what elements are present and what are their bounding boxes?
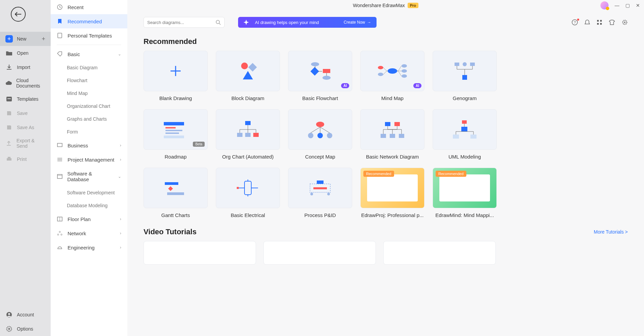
cat-recent[interactable]: Recent	[51, 0, 127, 14]
cat-network[interactable]: Network ›	[51, 226, 127, 240]
chevron-right-icon: ›	[120, 157, 121, 162]
cat-floorplan-label: Floor Plan	[68, 216, 91, 222]
cat-personal[interactable]: Personal Templates	[51, 28, 127, 43]
chevron-down-icon: ⌄	[118, 174, 121, 179]
account-icon	[5, 311, 13, 318]
template-electrical[interactable]: Basic Electrical	[216, 168, 280, 218]
nav-import-label: Import	[17, 65, 30, 70]
template-block-diagram[interactable]: Block Diagram	[216, 51, 280, 101]
settings-icon[interactable]	[622, 19, 628, 25]
svg-point-55	[317, 133, 323, 138]
back-button[interactable]	[11, 7, 26, 22]
shirt-icon[interactable]	[609, 20, 615, 25]
svg-point-75	[327, 193, 330, 195]
svg-rect-2	[7, 158, 11, 161]
sub-dev[interactable]: Software Development	[51, 186, 127, 199]
cat-personal-label: Personal Templates	[68, 33, 112, 39]
recommended-badge: Recommended	[436, 171, 466, 177]
template-gantt[interactable]: Gantt Charts	[144, 168, 208, 218]
grid-icon[interactable]	[597, 20, 602, 25]
nav-new[interactable]: + New +	[0, 32, 51, 46]
cat-basic[interactable]: Basic ⌄	[51, 47, 127, 61]
svg-rect-1	[7, 98, 11, 99]
template-uml[interactable]: UML Modeling	[433, 109, 497, 160]
template-org-chart[interactable]: Org Chart (Automated)	[216, 109, 280, 160]
nav-print[interactable]: Print	[0, 152, 51, 166]
maximize-button[interactable]: ▢	[625, 3, 630, 8]
template-edrawmind[interactable]: Recommended EdrawMind: Mind Mappi...	[433, 168, 497, 218]
video-card[interactable]	[144, 241, 256, 265]
cat-engineering[interactable]: Engineering ›	[51, 240, 127, 255]
sub-basic-diagram[interactable]: Basic Diagram	[51, 61, 127, 74]
bell-icon[interactable]	[585, 19, 590, 25]
sub-graphs[interactable]: Graphs and Charts	[51, 113, 127, 125]
card-label: Genogram	[453, 95, 477, 101]
help-icon[interactable]: ?	[572, 19, 578, 25]
cat-recommended[interactable]: Recommended	[51, 14, 127, 28]
svg-rect-69	[244, 181, 251, 195]
template-mind-map[interactable]: AI Mind Map	[360, 51, 424, 101]
template-basic-flowchart[interactable]: AI Basic Flowchart	[288, 51, 352, 101]
svg-rect-25	[600, 23, 602, 25]
cat-business[interactable]: Business ›	[51, 138, 127, 152]
templates-icon	[5, 95, 13, 103]
template-blank-drawing[interactable]: Blank Drawing	[144, 51, 208, 101]
chevron-right-icon: ›	[120, 245, 121, 250]
search-box[interactable]	[144, 17, 225, 28]
cat-software[interactable]: Software & Database ⌄	[51, 167, 127, 186]
sub-flowchart[interactable]: Flowchart	[51, 74, 127, 87]
nav-account[interactable]: Account	[0, 308, 51, 322]
pid-icon	[307, 179, 334, 197]
video-card[interactable]	[263, 241, 376, 265]
cat-floorplan[interactable]: Floor Plan ›	[51, 212, 127, 226]
chevron-right-icon: ›	[120, 143, 121, 148]
nav-cloud-label: Cloud Documents	[16, 78, 45, 89]
avatar[interactable]	[600, 1, 609, 9]
svg-rect-22	[597, 20, 599, 22]
ai-create-button[interactable]: Create Now →	[344, 20, 371, 25]
svg-rect-66	[165, 182, 178, 185]
sub-org[interactable]: Organizational Chart	[51, 100, 127, 113]
template-genogram[interactable]: Genogram	[433, 51, 497, 101]
more-tutorials-link[interactable]: More Tutorials >	[594, 229, 628, 235]
nav-cloud[interactable]: Cloud Documents	[0, 74, 51, 92]
floorplan-icon	[57, 216, 63, 222]
gear-icon	[5, 325, 13, 333]
template-edrawproj[interactable]: Recommended EdrawProj: Professional p...	[360, 168, 424, 218]
nav-options[interactable]: Options	[0, 322, 51, 336]
template-network-diagram[interactable]: Basic Network Diagram	[360, 109, 424, 160]
template-roadmap[interactable]: Beta Roadmap	[144, 109, 208, 160]
nav-export[interactable]: Export & Send	[0, 135, 51, 152]
svg-rect-73	[313, 187, 327, 189]
ai-banner[interactable]: AI drawing helps open your mind Create N…	[238, 17, 377, 28]
sub-db[interactable]: Database Modeling	[51, 199, 127, 212]
svg-rect-3	[8, 157, 10, 158]
close-button[interactable]: ✕	[636, 3, 640, 8]
list-icon	[57, 157, 63, 163]
nav-open[interactable]: Open	[0, 46, 51, 60]
svg-point-35	[378, 66, 383, 69]
nav-save[interactable]: Save	[0, 106, 51, 120]
tag-icon	[57, 51, 63, 57]
nav-templates[interactable]: Templates	[0, 92, 51, 106]
video-card[interactable]	[383, 241, 496, 265]
sub-mindmap[interactable]: Mind Map	[51, 87, 127, 100]
svg-rect-51	[245, 133, 251, 137]
nav-import[interactable]: Import	[0, 60, 51, 74]
minimize-button[interactable]: —	[615, 3, 619, 8]
template-concept-map[interactable]: Concept Map	[288, 109, 352, 160]
cat-project[interactable]: Project Management ›	[51, 152, 127, 167]
plus-small-icon: +	[42, 35, 45, 43]
card-label: UML Modeling	[448, 154, 481, 160]
search-input[interactable]	[147, 20, 215, 25]
cloud-icon	[5, 79, 12, 87]
nav-saveas[interactable]: Save As	[0, 120, 51, 135]
header-row: AI drawing helps open your mind Create N…	[127, 11, 644, 28]
svg-rect-64	[453, 135, 459, 139]
svg-point-56	[327, 133, 332, 138]
svg-rect-23	[600, 20, 602, 22]
template-pid[interactable]: Process P&ID	[288, 168, 352, 218]
nav-options-label: Options	[17, 326, 33, 332]
sub-form[interactable]: Form	[51, 125, 127, 138]
search-icon	[215, 20, 221, 25]
